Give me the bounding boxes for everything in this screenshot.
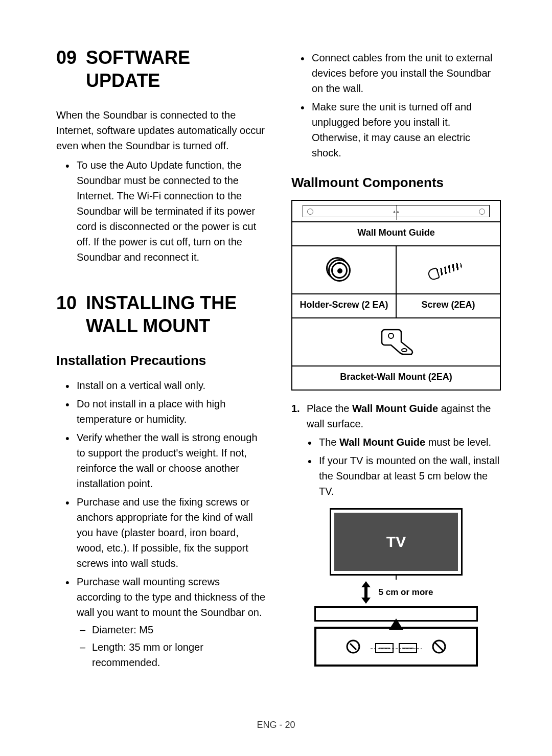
- list-item: Length: 35 mm or longer recommended.: [92, 639, 266, 670]
- screw-label: Screw (2EA): [396, 294, 500, 318]
- svg-point-0: [388, 333, 394, 338]
- list-item: Install on a vertical wall only.: [77, 378, 266, 393]
- screw-specs: Diameter: M5 Length: 35 mm or longer rec…: [77, 622, 266, 670]
- step-1: 1. Place the Wall Mount Guide against th…: [307, 401, 501, 499]
- wall-mount-guide-image: ▲▲: [292, 200, 500, 222]
- step-text-before: Place the: [307, 403, 352, 414]
- screw-image: [396, 246, 500, 294]
- section-10-title: INSTALLING THE WALL MOUNT: [86, 291, 266, 337]
- step-number: 1.: [291, 401, 300, 416]
- components-table: ▲▲ Wall Mount Guide: [291, 200, 501, 391]
- list-item: If your TV is mounted on the wall, insta…: [319, 453, 501, 499]
- holder-screw-image: [292, 246, 396, 294]
- precautions-list-continued: Connect cables from the unit to external…: [291, 50, 501, 161]
- section-10-number: 10: [56, 291, 77, 337]
- list-item: Do not install in a place with high temp…: [77, 396, 266, 427]
- section-09-number: 09: [56, 46, 77, 92]
- bracket-label: Bracket-Wall Mount (2EA): [292, 366, 500, 390]
- section-09-heading: 09 SOFTWARE UPDATE: [56, 46, 266, 92]
- list-item: The Wall Mount Guide must be level.: [319, 434, 501, 450]
- page-footer: ENG - 20: [0, 720, 552, 730]
- components-heading: Wallmount Components: [291, 175, 501, 191]
- section-09-title: SOFTWARE UPDATE: [86, 46, 266, 92]
- precautions-heading: Installation Precautions: [56, 353, 266, 369]
- distance-label: 5 cm or more: [379, 587, 433, 598]
- wall-mount-guide-label: Wall Mount Guide: [292, 222, 500, 246]
- tv-label: TV: [334, 513, 458, 571]
- bracket-image: [292, 318, 500, 366]
- section-10-heading: 10 INSTALLING THE WALL MOUNT: [56, 291, 266, 337]
- install-steps: 1. Place the Wall Mount Guide against th…: [291, 401, 501, 499]
- precautions-list: Install on a vertical wall only. Do not …: [56, 378, 266, 670]
- list-item-text: Purchase wall mounting screws according …: [77, 576, 265, 618]
- tv-clearance-diagram: TV 5 cm or more: [314, 508, 478, 667]
- section-09-bullets: To use the Auto Update function, the Sou…: [56, 157, 266, 265]
- list-item: Diameter: M5: [92, 622, 266, 637]
- svg-point-1: [402, 349, 407, 352]
- holder-screw-label: Holder-Screw (2 EA): [292, 294, 396, 318]
- list-item: Purchase and use the fixing screws or an…: [77, 494, 266, 571]
- section-09-intro: When the Soundbar is connected to the In…: [56, 107, 266, 153]
- tv-icon: TV: [330, 508, 463, 576]
- svg-marker-2: [361, 581, 371, 604]
- double-arrow-icon: [359, 581, 373, 604]
- step-bold: Wall Mount Guide: [352, 403, 438, 414]
- list-item: Verify whether the wall is strong enough…: [77, 430, 266, 491]
- soundbar-icon: [314, 627, 478, 667]
- list-item: Purchase wall mounting screws according …: [77, 574, 266, 670]
- list-item: Connect cables from the unit to external…: [312, 50, 501, 96]
- list-item: To use the Auto Update function, the Sou…: [77, 157, 266, 265]
- list-item: Make sure the unit is turned off and unp…: [312, 99, 501, 161]
